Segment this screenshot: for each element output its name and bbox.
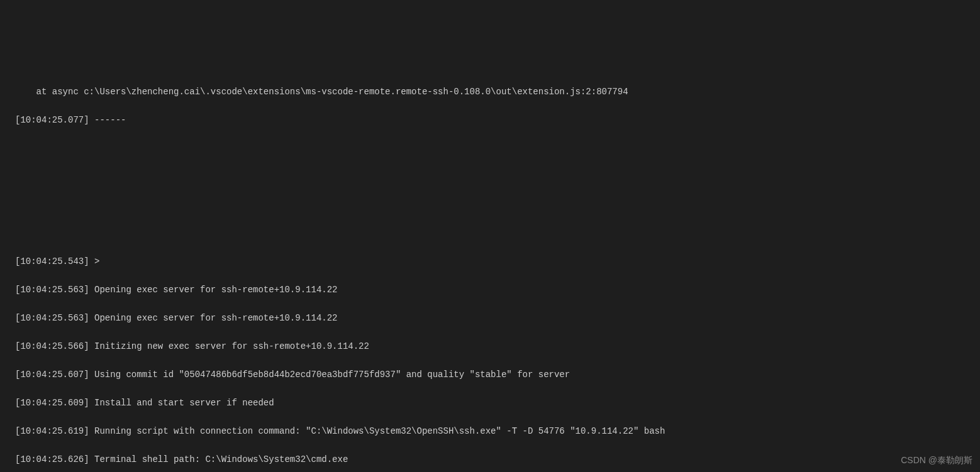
blank-line: [15, 198, 980, 212]
log-line: [10:04:25.607] Using commit id "05047486…: [15, 368, 980, 382]
log-line: [10:04:25.563] Opening exec server for s…: [15, 311, 980, 326]
log-line: [10:04:25.077] ------: [15, 113, 980, 128]
blank-line: [15, 141, 980, 156]
log-line: [10:04:25.563] Opening exec server for s…: [15, 283, 980, 297]
blank-line: [15, 170, 980, 184]
log-line: [10:04:25.626] Terminal shell path: C:\W…: [15, 453, 980, 467]
watermark: CSDN @泰勒朗斯: [901, 453, 972, 468]
blank-line: [15, 226, 980, 241]
log-line: [10:04:25.609] Install and start server …: [15, 396, 980, 410]
log-line: [10:04:25.619] Running script with conne…: [15, 424, 980, 439]
log-line: [10:04:25.566] Initizing new exec server…: [15, 339, 980, 354]
log-line: [10:04:25.543] >: [15, 255, 980, 269]
log-line: at async c:\Users\zhencheng.cai\.vscode\…: [15, 85, 980, 99]
terminal-output[interactable]: at async c:\Users\zhencheng.cai\.vscode\…: [0, 71, 980, 473]
